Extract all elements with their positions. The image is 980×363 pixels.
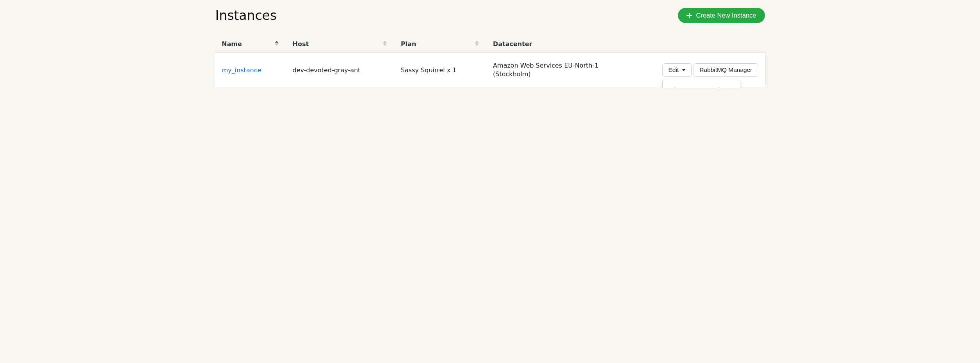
column-header-plan-label: Plan xyxy=(401,40,416,48)
column-header-host[interactable]: Host xyxy=(286,34,394,53)
instance-host: dev-devoted-gray-ant xyxy=(286,53,394,88)
column-header-datacenter: Datacenter xyxy=(486,34,620,53)
sort-icon xyxy=(275,41,279,46)
edit-button[interactable]: Edit xyxy=(662,63,692,77)
rabbitmq-manager-button[interactable]: RabbitMQ Manager xyxy=(694,63,758,77)
column-header-name-label: Name xyxy=(222,40,242,48)
column-header-actions xyxy=(620,34,765,53)
create-instance-label: Create New Instance xyxy=(696,12,756,19)
create-instance-button[interactable]: Create New Instance xyxy=(678,8,765,23)
sort-icon xyxy=(383,41,387,46)
column-header-name[interactable]: Name xyxy=(215,34,286,53)
sort-icon xyxy=(475,41,479,46)
edit-dropdown: Change name and tags Change plan Enable … xyxy=(662,80,740,88)
dropdown-change-name[interactable]: Change name and tags xyxy=(663,83,740,88)
instance-name-link[interactable]: my_instance xyxy=(222,66,261,74)
caret-down-icon xyxy=(682,69,686,71)
edit-button-label: Edit xyxy=(668,66,679,73)
instances-table: Name Host Plan xyxy=(215,34,766,88)
plus-icon xyxy=(687,13,692,18)
table-row: my_instance dev-devoted-gray-ant Sassy S… xyxy=(215,53,765,88)
instance-plan: Sassy Squirrel x 1 xyxy=(394,53,486,88)
page-title: Instances xyxy=(215,8,277,23)
column-header-host-label: Host xyxy=(293,40,309,48)
instance-datacenter: Amazon Web Services EU-North-1 (Stockhol… xyxy=(486,53,620,88)
column-header-datacenter-label: Datacenter xyxy=(493,40,532,48)
column-header-plan[interactable]: Plan xyxy=(394,34,486,53)
